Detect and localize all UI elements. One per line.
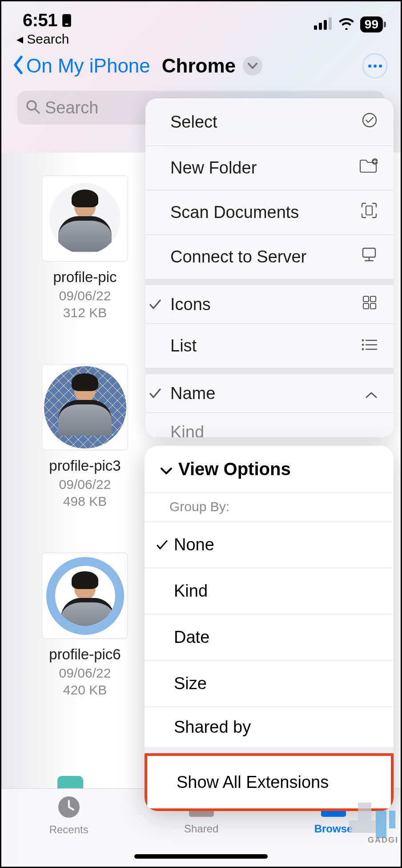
- menu-label: Name: [170, 384, 215, 403]
- checkmark-icon: [149, 384, 170, 403]
- menu-item-icons-view[interactable]: Icons: [145, 279, 394, 323]
- menu-label: Show All Extensions: [177, 773, 329, 792]
- peek-thumbnail: [57, 776, 83, 788]
- nav-title[interactable]: Chrome: [162, 55, 236, 77]
- home-indicator[interactable]: [134, 854, 268, 859]
- group-by-label: Group By:: [145, 493, 394, 522]
- group-by-size[interactable]: Size: [145, 661, 394, 707]
- server-icon: [361, 246, 378, 267]
- file-item[interactable]: profile-pic 09/06/22 312 KB: [36, 175, 134, 320]
- ellipsis-icon: [368, 65, 382, 68]
- svg-rect-15: [370, 296, 376, 302]
- menu-label: Kind: [170, 423, 204, 437]
- svg-line-7: [35, 109, 39, 113]
- file-item[interactable]: profile-pic6 09/06/22 420 KB: [36, 553, 134, 698]
- checkmark-icon: [149, 295, 170, 314]
- orientation-lock-icon: [61, 13, 72, 28]
- menu-label: Icons: [170, 295, 211, 314]
- menu-label: Kind: [174, 581, 208, 601]
- menu-label: Shared by: [174, 718, 251, 737]
- grid-icon: [362, 295, 378, 315]
- file-name: profile-pic6: [36, 646, 134, 663]
- nav-bar: On My iPhone Chrome: [1, 44, 401, 87]
- menu-label: Scan Documents: [170, 203, 299, 222]
- menu-item-list-view[interactable]: List: [145, 323, 394, 368]
- group-by-kind[interactable]: Kind: [145, 568, 394, 614]
- wifi-icon: [338, 17, 355, 32]
- list-icon: [361, 336, 378, 355]
- file-item[interactable]: profile-pic3 09/06/22 498 KB: [36, 364, 134, 509]
- menu-item-connect-server[interactable]: Connect to Server: [145, 234, 394, 279]
- svg-rect-17: [370, 303, 376, 309]
- svg-rect-5: [329, 17, 332, 30]
- menu-item-select[interactable]: Select: [145, 98, 394, 145]
- menu-title: View Options: [178, 459, 291, 479]
- svg-rect-0: [62, 14, 71, 26]
- scan-document-icon: [361, 202, 378, 223]
- nav-back-label[interactable]: On My iPhone: [26, 55, 150, 77]
- file-date: 09/06/22: [36, 666, 134, 681]
- file-name: profile-pic3: [36, 457, 134, 474]
- group-by-none[interactable]: None: [145, 522, 394, 568]
- svg-point-20: [362, 344, 364, 346]
- view-options-menu: View Options Group By: None Kind Date Si…: [145, 446, 394, 811]
- file-date: 09/06/22: [36, 288, 134, 303]
- file-size: 420 KB: [36, 682, 134, 698]
- group-by-shared[interactable]: Shared by: [145, 707, 394, 753]
- title-dropdown-button[interactable]: [243, 56, 262, 76]
- search-placeholder: Search: [45, 98, 98, 117]
- svg-rect-4: [324, 20, 327, 30]
- svg-rect-16: [363, 303, 369, 309]
- clock-icon: [57, 795, 81, 822]
- file-name: profile-pic: [36, 269, 134, 286]
- svg-rect-30: [389, 811, 395, 828]
- svg-text:GADGETS: GADGETS: [368, 836, 397, 844]
- menu-label: List: [170, 336, 197, 355]
- svg-point-22: [362, 348, 364, 351]
- menu-label: Select: [170, 113, 217, 132]
- menu-label: Date: [174, 628, 209, 647]
- file-thumbnail: [42, 364, 128, 450]
- select-circle-icon: [362, 112, 378, 132]
- menu-item-sort-name[interactable]: Name: [145, 368, 394, 412]
- svg-rect-29: [376, 811, 386, 838]
- menu-item-scan-documents[interactable]: Scan Documents: [145, 190, 394, 234]
- back-chevron-icon[interactable]: [12, 55, 25, 77]
- chevron-up-icon: [365, 384, 378, 403]
- chevron-down-icon: [160, 459, 173, 479]
- group-by-date[interactable]: Date: [145, 614, 394, 661]
- context-menu: Select New Folder Scan Documents Connect…: [145, 98, 394, 437]
- menu-label: Connect to Server: [170, 247, 306, 266]
- more-menu-button[interactable]: [362, 53, 387, 78]
- watermark: GADGETS: [349, 803, 397, 846]
- tab-label: Shared: [184, 823, 218, 835]
- svg-point-18: [362, 339, 364, 342]
- cellular-signal-icon: [314, 17, 333, 32]
- svg-rect-14: [363, 296, 369, 302]
- menu-label: Size: [174, 674, 207, 693]
- svg-rect-10: [366, 206, 372, 215]
- file-thumbnail: [42, 175, 128, 262]
- svg-point-8: [363, 113, 376, 127]
- menu-label: New Folder: [170, 158, 257, 178]
- svg-rect-2: [314, 25, 317, 30]
- file-size: 498 KB: [36, 494, 134, 509]
- file-date: 09/06/22: [36, 477, 134, 492]
- search-icon: [25, 99, 40, 116]
- file-size: 312 KB: [36, 305, 134, 320]
- status-bar: 6:51 ◂ Search 99: [1, 1, 401, 44]
- tab-label: Recents: [49, 824, 88, 836]
- svg-rect-1: [65, 24, 68, 25]
- svg-rect-11: [363, 248, 375, 257]
- file-thumbnail: [42, 553, 128, 639]
- tab-label: Browse: [314, 823, 353, 835]
- checkmark-icon: [156, 535, 174, 554]
- menu-item-sort-kind[interactable]: Kind: [145, 412, 394, 437]
- battery-indicator: 99: [360, 16, 383, 32]
- menu-item-new-folder[interactable]: New Folder: [145, 145, 394, 190]
- tab-recents[interactable]: Recents: [49, 795, 88, 867]
- svg-rect-3: [319, 23, 322, 30]
- svg-rect-28: [349, 820, 380, 833]
- menu-label: None: [174, 535, 214, 554]
- view-options-header[interactable]: View Options: [145, 446, 394, 493]
